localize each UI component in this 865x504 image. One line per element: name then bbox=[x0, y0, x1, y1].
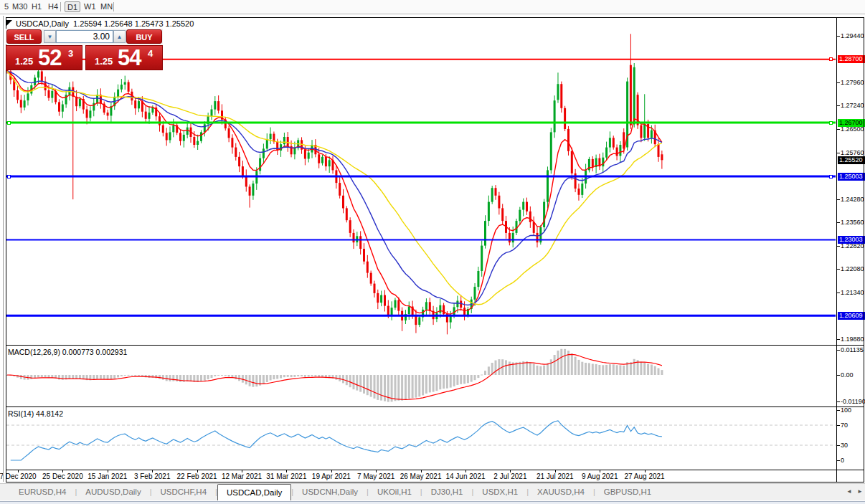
price-tick bbox=[837, 129, 840, 130]
price-tick-label: 1.22080 bbox=[841, 265, 864, 272]
hline-handle-support-1.25003[interactable] bbox=[829, 175, 833, 179]
volume-increase-icon[interactable]: ▲ bbox=[113, 30, 126, 43]
symbol-ohlc-line: USDCAD,Daily 1.25594 1.25648 1.25473 1.2… bbox=[16, 19, 194, 28]
date-label: 19 Apr 2021 bbox=[312, 472, 351, 480]
price-tick bbox=[837, 82, 840, 83]
rsi-tick bbox=[837, 460, 840, 461]
timeframe-button-w1[interactable]: W1 bbox=[82, 1, 98, 12]
date-label: 3 Feb 2021 bbox=[134, 472, 171, 480]
candlesticks-series bbox=[6, 34, 663, 334]
sell-price-prefix: 1.25 bbox=[15, 56, 33, 67]
macd-label: MACD(12,26,9) 0.000773 0.002931 bbox=[8, 348, 127, 356]
tab-usdchf-h4[interactable]: USDCHF,H4 bbox=[152, 484, 216, 500]
tab-dj30-h1[interactable]: DJ30,H1 bbox=[422, 484, 472, 500]
timeframe-button-h1[interactable]: H1 bbox=[29, 1, 44, 12]
chart-tab-bar: EURUSD,H4|AUDUSD,Daily|USDCHF,H4|USDCAD,… bbox=[0, 483, 865, 500]
macd-tick-label: 0.01135 bbox=[841, 346, 864, 353]
symbol-ohlc-values: 1.25594 1.25648 1.25473 1.25520 bbox=[73, 19, 194, 28]
price-tick bbox=[837, 246, 840, 247]
rsi-label: RSI(14) 44.8142 bbox=[8, 409, 63, 418]
price-tick bbox=[837, 36, 840, 37]
price-tick bbox=[837, 293, 840, 293]
hline-handle-resistance-1.26700[interactable] bbox=[7, 121, 11, 125]
price-level-tag-1.26700: 1.26700 bbox=[838, 119, 865, 127]
price-level-tag-1.28700: 1.28700 bbox=[838, 55, 865, 63]
tab-scroll-right-icon[interactable]: ► bbox=[857, 488, 863, 495]
price-tick-label: 1.27240 bbox=[841, 102, 864, 109]
macd-tick bbox=[837, 350, 840, 351]
volume-decrease-icon[interactable]: ▼ bbox=[44, 30, 56, 43]
price-tick-label: 1.27960 bbox=[841, 79, 864, 86]
rsi-tick-label: 0 bbox=[841, 457, 844, 464]
date-label: 12 Mar 2021 bbox=[222, 472, 262, 480]
sell-button[interactable]: SELL bbox=[6, 29, 42, 44]
tab-usdx-h1[interactable]: USDX,H1 bbox=[473, 484, 526, 500]
timeframe-button-h4[interactable]: H4 bbox=[46, 1, 60, 12]
price-tick-label: 1.25760 bbox=[841, 149, 864, 156]
price-tick-label: 1.19880 bbox=[841, 336, 864, 343]
buy-quote-button[interactable]: 1.25 54 4 bbox=[85, 45, 163, 70]
trade-controls-row: SELL ▼ 3.00 ▲ BUY bbox=[6, 29, 163, 44]
hline-handle-resistance-1.26700[interactable] bbox=[829, 121, 833, 125]
macd-rsi-divider bbox=[6, 406, 864, 407]
tab-audusd-daily[interactable]: AUDUSD,Daily bbox=[77, 484, 149, 500]
price-level-tag-1.25520: 1.25520 bbox=[838, 156, 865, 164]
tab-scroll-left-icon[interactable]: ◄ bbox=[846, 488, 852, 495]
chart-frame-bottom-border bbox=[6, 482, 864, 482]
buy-button[interactable]: BUY bbox=[126, 29, 162, 44]
hline-handle-support-1.25003[interactable] bbox=[7, 175, 11, 179]
sell-quote-button[interactable]: 1.25 52 3 bbox=[6, 45, 82, 70]
chart-marker-icon bbox=[6, 20, 12, 26]
macd-tick bbox=[837, 401, 840, 402]
chart-frame-outer-border bbox=[3, 16, 4, 482]
date-label: 31 Mar 2021 bbox=[266, 472, 306, 480]
price-level-tag-1.20609: 1.20609 bbox=[838, 312, 865, 320]
price-tick bbox=[837, 199, 840, 200]
sell-price-main: 52 bbox=[38, 45, 61, 71]
date-label: 7 May 2021 bbox=[357, 472, 394, 480]
buy-price-main: 54 bbox=[118, 45, 141, 71]
tab-ukoil-h1[interactable]: UKOil,H1 bbox=[369, 484, 420, 500]
date-label: 21 Jul 2021 bbox=[537, 472, 574, 480]
price-level-tag-1.25003: 1.25003 bbox=[838, 173, 865, 181]
chart-frame-left-border bbox=[6, 17, 6, 482]
tab-gbpusd-h1[interactable]: GBPUSD,H1 bbox=[595, 484, 660, 500]
macd-tick-label: -0.01190 bbox=[841, 398, 865, 405]
status-bar bbox=[0, 501, 865, 504]
rsi-tick-label: 70 bbox=[841, 422, 848, 429]
symbol-title: USDCAD,Daily bbox=[16, 19, 69, 28]
price-tick-label: 1.29440 bbox=[841, 32, 864, 39]
date-label: 27 Aug 2021 bbox=[625, 472, 665, 480]
timeframe-button-d1[interactable]: D1 bbox=[65, 1, 80, 12]
volume-input[interactable]: 3.00 bbox=[56, 30, 113, 43]
rsi-tick-label: 100 bbox=[841, 406, 851, 414]
rsi-tick bbox=[837, 425, 840, 426]
date-label: 22 Feb 2021 bbox=[177, 472, 217, 480]
price-tick bbox=[837, 105, 840, 106]
tab-usdcnh-daily[interactable]: USDCNH,Daily bbox=[293, 484, 367, 500]
tab-xauusd-h4[interactable]: XAUUSD,H4 bbox=[529, 484, 593, 500]
tab-eurusd-h4[interactable]: EURUSD,H4 bbox=[10, 484, 75, 500]
date-label: 15 Jan 2021 bbox=[88, 472, 127, 480]
price-tick bbox=[837, 269, 840, 270]
price-tick bbox=[837, 339, 840, 340]
date-label: 25 Dec 2020 bbox=[42, 472, 83, 480]
hline-handle-resistance-1.28700[interactable] bbox=[829, 57, 833, 61]
timeframe-button-mn[interactable]: MN bbox=[98, 1, 115, 12]
chart-frame-top-border bbox=[6, 17, 864, 18]
date-axis: 7 Dec 202025 Dec 202015 Jan 20213 Feb 20… bbox=[4, 470, 836, 482]
macd-tick bbox=[837, 375, 840, 376]
one-click-trading-panel: SELL ▼ 3.00 ▲ BUY 1.25 52 3 1.25 54 4 bbox=[6, 29, 163, 70]
timeframe-button-m30[interactable]: M30 bbox=[10, 1, 29, 12]
toolbar-separator bbox=[60, 2, 61, 11]
buy-price-prefix: 1.25 bbox=[95, 56, 113, 67]
tab-usdcad-daily[interactable]: USDCAD,Daily bbox=[217, 484, 291, 500]
rsi-tick bbox=[837, 410, 840, 411]
price-tick-label: 1.23560 bbox=[841, 219, 864, 226]
price-macd-divider bbox=[6, 345, 864, 346]
ma-fast-line bbox=[7, 72, 662, 315]
date-label: 26 May 2021 bbox=[400, 472, 442, 480]
price-chart-canvas bbox=[0, 0, 865, 504]
rsi-line bbox=[11, 421, 662, 460]
macd-histogram bbox=[6, 349, 663, 402]
